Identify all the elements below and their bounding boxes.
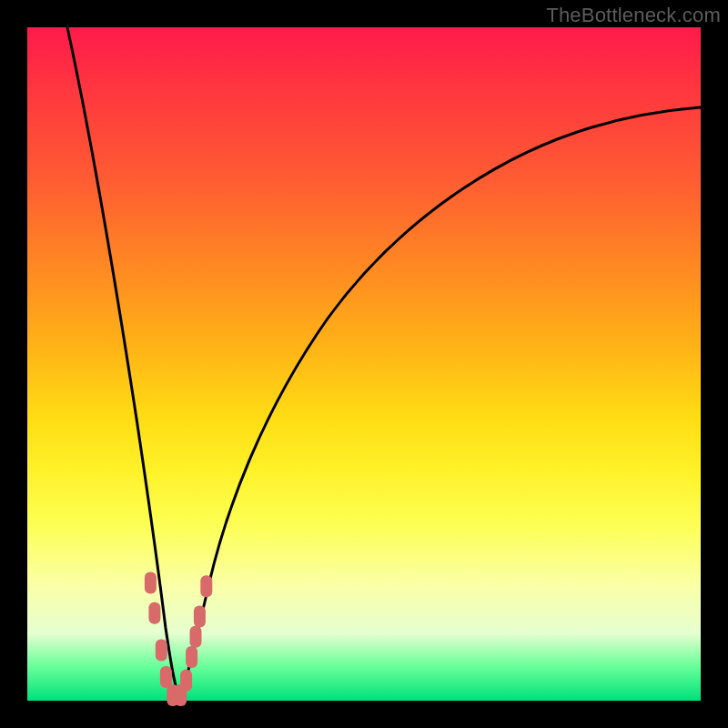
- data-marker: [145, 572, 157, 594]
- data-marker: [180, 670, 192, 692]
- chart-svg: [27, 27, 701, 701]
- marker-group: [145, 572, 212, 707]
- right-curve: [180, 107, 701, 701]
- data-marker: [148, 602, 160, 624]
- data-marker: [156, 640, 167, 662]
- data-marker: [186, 646, 197, 668]
- chart-frame: TheBottleneck.com: [0, 0, 728, 728]
- data-marker: [194, 606, 206, 628]
- plot-area: [27, 27, 701, 701]
- data-marker: [190, 626, 202, 648]
- data-marker: [200, 575, 212, 597]
- watermark-text: TheBottleneck.com: [546, 4, 721, 27]
- left-curve: [67, 27, 180, 701]
- data-marker: [160, 666, 172, 688]
